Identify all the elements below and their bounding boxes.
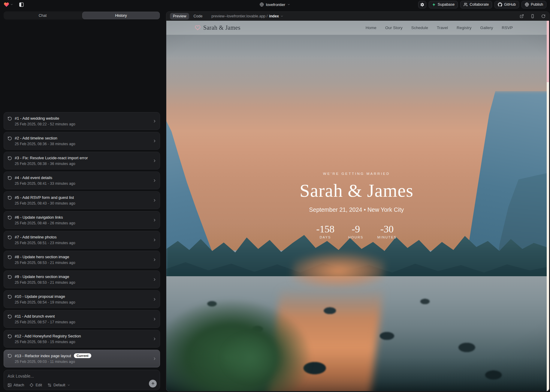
publish-label: Publish (531, 2, 543, 7)
refresh-icon[interactable] (541, 14, 545, 18)
site-nav-link[interactable]: Gallery (480, 25, 493, 30)
chevron-right-icon[interactable] (153, 357, 157, 361)
external-link-icon[interactable] (520, 14, 524, 18)
preview-url[interactable]: preview--lovefrontier.lovable.app / inde… (211, 14, 283, 18)
chevron-right-icon[interactable] (153, 139, 157, 143)
countdown-label: MINUTES (377, 235, 397, 239)
send-button[interactable] (149, 380, 157, 388)
hero-eyebrow: WE'RE GETTING MARRIED (166, 172, 547, 175)
history-item[interactable]: #10 - Update proposal image 25 Feb 2025,… (4, 290, 160, 308)
smartphone-icon[interactable] (530, 14, 535, 18)
history-item-text: #10 - Update proposal image 25 Feb 2025,… (15, 294, 75, 304)
preview-mode-tab[interactable]: Preview (170, 13, 189, 19)
countdown-unit: -158 DAYS (316, 224, 334, 239)
history-item-timestamp: 25 Feb 2025, 08:59 - 15 minutes ago (15, 340, 81, 344)
site-nav-link[interactable]: Travel (437, 25, 448, 30)
history-item[interactable]: #7 - Add timeline photos 25 Feb 2025, 08… (4, 231, 160, 249)
collaborate-button[interactable]: Collaborate (460, 1, 492, 8)
history-item-timestamp: 25 Feb 2025, 08:54 - 19 minutes ago (15, 300, 75, 304)
history-item[interactable]: #6 - Update navigation links 25 Feb 2025… (4, 211, 160, 229)
panel-tab[interactable]: History (82, 12, 160, 19)
site-nav-link[interactable]: RSVP (502, 25, 513, 30)
lovable-menu-button[interactable] (4, 2, 13, 7)
history-item[interactable]: #5 - Add RSVP form and guest list 25 Feb… (4, 191, 160, 209)
chevron-right-icon[interactable] (153, 277, 157, 282)
chevron-right-icon[interactable] (153, 337, 157, 341)
chevron-right-icon[interactable] (153, 258, 157, 262)
history-item-body: #6 - Update navigation links 25 Feb 2025… (8, 215, 75, 225)
mode-select[interactable]: Default (47, 383, 70, 387)
github-label: GitHub (504, 2, 516, 7)
settings-button[interactable] (418, 1, 426, 8)
history-item-body: #1 - Add wedding website 25 Feb 2025, 08… (8, 116, 75, 126)
supabase-button[interactable]: Supabase (429, 1, 458, 8)
history-item-text: #5 - Add RSVP form and guest list 25 Feb… (15, 195, 75, 205)
github-button[interactable]: GitHub (494, 1, 519, 8)
hero-date-location: September 21, 2024 • New York City (166, 206, 547, 213)
attach-button[interactable]: Attach (8, 383, 24, 387)
history-item-timestamp: 25 Feb 2025, 08:48 - 26 minutes ago (15, 221, 75, 225)
history-item-title: #4 - Add event details (15, 175, 52, 180)
chevron-right-icon[interactable] (153, 178, 157, 183)
project-switcher[interactable]: lovefrontier (260, 2, 290, 7)
site-scrollbar-thumb[interactable] (547, 21, 549, 82)
sidebar-toggle-button[interactable] (17, 1, 25, 8)
chevron-right-icon[interactable] (153, 317, 157, 321)
history-icon (8, 215, 12, 220)
countdown-unit: -9 HOURS (348, 224, 364, 239)
site-header: Sarah & James HomeOur StoryScheduleTrave… (166, 21, 547, 35)
panel-tab[interactable]: Chat (4, 12, 81, 19)
history-item-title: #9 - Update hero section image (15, 274, 69, 279)
history-item[interactable]: #9 - Update hero section image 25 Feb 20… (4, 271, 160, 288)
preview-mode-tab[interactable]: Code (190, 13, 205, 19)
publish-button[interactable]: Publish (521, 1, 546, 8)
site-logo[interactable]: Sarah & James (195, 24, 240, 31)
topbar-actions: Supabase Collaborate GitHub Publish (418, 1, 546, 8)
chat-history-panel: Chat History #1 - Add wedding we (0, 11, 164, 391)
site-nav-link[interactable]: Registry (457, 25, 472, 30)
history-item[interactable]: #8 - Update hero section image 25 Feb 20… (4, 251, 160, 268)
history-item-title: #11 - Add brunch event (15, 314, 55, 319)
site-scrollbar[interactable] (547, 21, 549, 391)
chevron-right-icon[interactable] (153, 159, 157, 163)
supabase-icon (432, 3, 436, 7)
countdown: -158 DAYS -9 HOURS -30 MINUTES (166, 224, 547, 239)
chevron-right-icon[interactable] (153, 119, 157, 123)
history-item[interactable]: #13 - Refactor index page layout Current… (4, 350, 160, 367)
arrow-up-icon (151, 382, 155, 386)
history-item-body: #12 - Add Honeyfund Registry Section 25 … (8, 334, 81, 344)
supabase-label: Supabase (438, 2, 455, 7)
history-item-body: #11 - Add brunch event 25 Feb 2025, 08:5… (8, 314, 75, 324)
history-item[interactable]: #2 - Add timeline section 25 Feb 2025, 0… (4, 132, 160, 150)
chevron-right-icon[interactable] (153, 297, 157, 301)
ask-lovable-input[interactable] (8, 374, 134, 379)
edit-label: Edit (35, 383, 42, 387)
history-icon (8, 235, 12, 240)
history-item-text: #8 - Update hero section image 25 Feb 20… (15, 255, 75, 265)
history-item-body: #4 - Add event details 25 Feb 2025, 08:4… (8, 175, 75, 186)
site-nav-link[interactable]: Schedule (411, 25, 428, 30)
history-item[interactable]: #11 - Add brunch event 25 Feb 2025, 08:5… (4, 310, 160, 328)
preview-tools (520, 14, 545, 18)
history-item-title: #2 - Add timeline section (15, 136, 57, 140)
chevron-right-icon[interactable] (153, 198, 157, 202)
history-item-text: #13 - Refactor index page layout Current… (15, 353, 91, 364)
history-item[interactable]: #1 - Add wedding website 25 Feb 2025, 08… (4, 112, 160, 130)
history-item-timestamp: 25 Feb 2025, 08:36 - 38 minutes ago (15, 142, 75, 146)
site-nav-link[interactable]: Our Story (385, 25, 403, 30)
history-item[interactable]: #3 - Fix: Resolve Lucide-react import er… (4, 152, 160, 169)
chevron-right-icon[interactable] (153, 218, 157, 222)
preview-mode-tab-label: Code (193, 14, 202, 18)
panel-tabbar: Chat History (4, 11, 160, 19)
gear-icon (420, 2, 425, 7)
history-item[interactable]: #12 - Add Honeyfund Registry Section 25 … (4, 330, 160, 348)
edit-button[interactable]: Edit (29, 383, 42, 387)
history-item-body: #2 - Add timeline section 25 Feb 2025, 0… (8, 136, 75, 146)
collaborate-label: Collaborate (470, 2, 489, 7)
history-item-title: #5 - Add RSVP form and guest list (15, 195, 74, 200)
chevron-right-icon[interactable] (153, 238, 157, 242)
history-item-text: #7 - Add timeline photos 25 Feb 2025, 08… (15, 235, 75, 245)
history-item-title: #3 - Fix: Resolve Lucide-react import er… (15, 156, 88, 160)
history-item[interactable]: #4 - Add event details 25 Feb 2025, 08:4… (4, 172, 160, 189)
site-nav-link[interactable]: Home (366, 25, 376, 30)
